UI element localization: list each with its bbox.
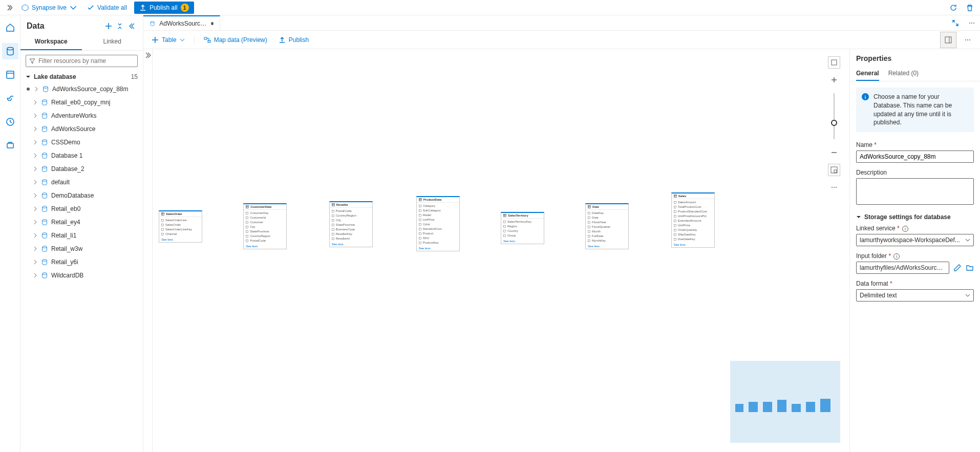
entity-column: SalesAmount <box>674 200 712 205</box>
entity-see-less[interactable]: See less <box>672 243 714 247</box>
publish-all-button[interactable]: Publish all 1 <box>134 2 194 14</box>
entity-card[interactable]: ProductDataCategorySubCategoryModelListP… <box>416 196 460 251</box>
entity-see-less[interactable]: See less <box>159 238 202 242</box>
maximize-editor-button[interactable] <box>947 15 964 30</box>
tree-item[interactable]: Retail_w3w <box>20 242 143 255</box>
tab-overflow-button[interactable] <box>964 15 980 30</box>
tree-item[interactable]: Retail_li1 <box>20 229 143 242</box>
entity-card[interactable]: CustomerDataCustomerKeyCustomerIdCustome… <box>243 203 287 249</box>
tree-item[interactable]: Retail_y6i <box>20 255 143 269</box>
entity-see-less[interactable]: See less <box>586 244 628 249</box>
entity-card[interactable]: ResellerPostalCodeCountryRegionCityState… <box>329 201 373 247</box>
nav-home[interactable] <box>2 19 18 36</box>
entity-see-less[interactable]: See less <box>330 242 372 247</box>
svg-rect-31 <box>834 170 837 173</box>
add-resource-button[interactable] <box>103 20 114 32</box>
tab-workspace[interactable]: Workspace <box>20 34 82 50</box>
add-table-button[interactable]: Table <box>147 34 189 46</box>
tree-item[interactable]: Database_2 <box>20 162 143 176</box>
nav-integrate[interactable] <box>2 90 18 106</box>
svg-rect-3 <box>7 143 13 148</box>
svg-point-27 <box>967 39 968 40</box>
svg-point-15 <box>42 233 47 235</box>
tree-item[interactable]: DemoDatabase <box>20 189 143 202</box>
storage-settings-toggle[interactable]: Storage settings for database <box>850 209 980 222</box>
info-icon[interactable]: i <box>902 226 908 232</box>
props-tab-general[interactable]: General <box>856 67 879 81</box>
props-tab-related[interactable]: Related (0) <box>888 67 919 81</box>
entity-card[interactable]: SalesTerritorySalesTerritoryKeyRegionCou… <box>501 212 544 244</box>
branch-dropdown[interactable]: Synapse live <box>18 3 80 12</box>
svg-rect-55 <box>332 238 334 240</box>
collapse-all-button[interactable] <box>114 20 125 32</box>
publish-button[interactable]: Publish <box>274 34 313 46</box>
zoom-thumb[interactable] <box>831 120 837 126</box>
nav-manage[interactable] <box>2 137 18 154</box>
entity-card[interactable]: SalesOrderSalesOrderLineSalesOrderSalesO… <box>159 210 202 243</box>
entity-column: Date <box>588 216 626 220</box>
tree-item[interactable]: Retail_eb0 <box>20 202 143 216</box>
collapse-panel-button[interactable] <box>125 20 137 32</box>
filter-resources-input[interactable] <box>26 55 138 67</box>
database-icon <box>41 232 48 239</box>
chevron-right-icon <box>33 246 38 251</box>
data-format-label: Data format * <box>856 280 974 287</box>
tree-item[interactable]: CSSDemo <box>20 136 143 149</box>
minimap-toggle-button[interactable] <box>828 164 840 176</box>
refresh-button[interactable] <box>947 2 960 14</box>
fit-to-screen-button[interactable] <box>828 56 840 69</box>
tree-item[interactable]: AdWorksSource_copy_88m <box>20 82 143 96</box>
upload-icon <box>279 36 286 44</box>
chevron-right-icon <box>33 180 38 185</box>
entity-see-less[interactable]: See less <box>244 244 286 249</box>
entity-column: ListPrice <box>419 218 457 222</box>
document-tab-active[interactable]: AdWorksSource_co... <box>143 15 220 30</box>
data-format-select[interactable]: Delimited text <box>856 289 974 302</box>
filter-input[interactable] <box>38 57 134 64</box>
nav-data[interactable] <box>2 43 18 59</box>
info-icon[interactable]: i <box>893 253 900 260</box>
entity-card[interactable]: DateDateKeyDateFiscalYearFiscalQuarterMo… <box>585 203 629 249</box>
tree-item[interactable]: WildcardDB <box>20 269 143 282</box>
tree-section-lakedb[interactable]: Lake database 15 <box>20 71 143 82</box>
zoom-in-button[interactable] <box>828 74 840 86</box>
table-label: Table <box>162 36 177 44</box>
svg-rect-75 <box>588 226 590 228</box>
entity-column: MonthKey <box>588 239 626 243</box>
schema-canvas[interactable]: SalesOrderSalesOrderLineSalesOrderSalesO… <box>153 49 849 452</box>
entity-see-less[interactable]: See less <box>501 239 544 244</box>
entity-column: SalesOrder <box>161 223 200 227</box>
edit-icon[interactable] <box>953 264 962 272</box>
expand-left-rail-button[interactable] <box>4 3 14 13</box>
entity-see-less[interactable]: See less <box>417 246 459 251</box>
map-data-button[interactable]: Map data (Preview) <box>200 34 271 46</box>
tree-item[interactable]: Retail_ey4 <box>20 216 143 229</box>
entity-card[interactable]: SalesSalesAmountTotalProductCostProductS… <box>671 192 715 248</box>
tree-item[interactable]: AdWorksSource <box>20 122 143 136</box>
tree-item[interactable]: AdventureWorks <box>20 109 143 122</box>
discard-button[interactable] <box>964 2 976 14</box>
tree-item[interactable]: default <box>20 176 143 189</box>
tree-item-label: DemoDatabase <box>51 192 94 199</box>
svg-point-7 <box>42 126 47 128</box>
expand-inspector-button[interactable] <box>143 49 153 452</box>
nav-monitor[interactable] <box>2 114 18 130</box>
linked-service-value: lamurthyworkspace-WorkspaceDef... <box>860 236 960 244</box>
description-input[interactable] <box>856 178 974 205</box>
linked-service-select[interactable]: lamurthyworkspace-WorkspaceDef... <box>856 234 974 246</box>
zoom-slider[interactable] <box>834 93 835 139</box>
canvas-more-button[interactable] <box>828 181 840 193</box>
tree-item[interactable]: Database 1 <box>20 149 143 162</box>
browse-folder-icon[interactable] <box>966 264 974 272</box>
properties-toggle-button[interactable] <box>940 32 956 48</box>
zoom-out-button[interactable] <box>828 146 840 159</box>
editor-area: AdWorksSource_co... Table Map data (Prev… <box>143 15 980 452</box>
nav-develop[interactable] <box>2 67 18 83</box>
database-icon <box>41 245 48 252</box>
tab-linked[interactable]: Linked <box>82 34 143 50</box>
validate-all-button[interactable]: Validate all <box>84 3 130 12</box>
tree-item[interactable]: Retail_eb0_copy_mnj <box>20 96 143 109</box>
database-name-input[interactable] <box>856 150 974 163</box>
minimap[interactable] <box>730 361 840 443</box>
toolbar-overflow-button[interactable] <box>960 32 976 48</box>
